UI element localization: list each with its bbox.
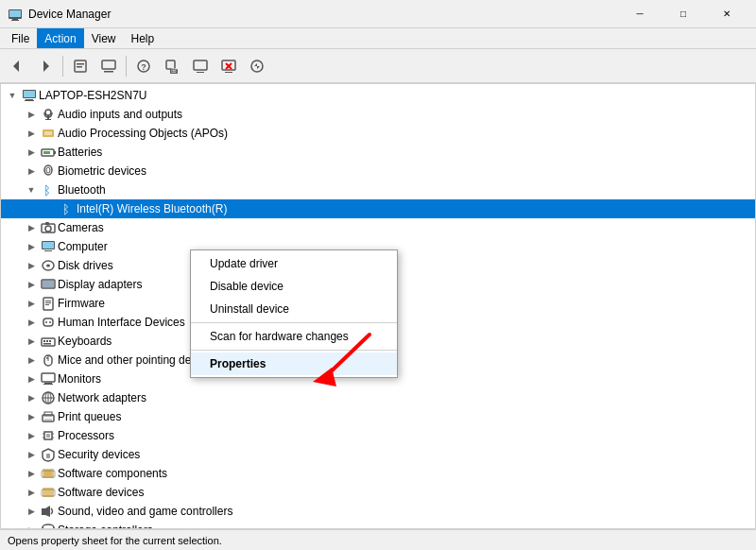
- title-bar: Device Manager ─ □ ✕: [0, 0, 756, 28]
- tree-software-devices[interactable]: ▶ Software devices: [1, 483, 755, 502]
- network-icon: [41, 390, 56, 405]
- biometric-label: Biometric devices: [58, 164, 146, 178]
- sound-expand: ▶: [24, 504, 39, 519]
- svg-point-88: [43, 524, 54, 528]
- software-devices-label: Software devices: [58, 486, 144, 499]
- software-components-label: Software components: [58, 467, 167, 480]
- svg-point-28: [45, 110, 51, 115]
- context-update-driver[interactable]: Update driver: [191, 252, 397, 275]
- tree-bluetooth[interactable]: ▼ ᛒ Bluetooth: [1, 180, 755, 199]
- network-expand: ▶: [24, 390, 39, 405]
- window-title: Device Manager: [28, 8, 618, 21]
- firmware-expand: ▶: [24, 296, 39, 311]
- audio-processing-expand: ▶: [24, 126, 39, 141]
- tree-processors[interactable]: ▶ Processors: [1, 426, 755, 445]
- tree-sound[interactable]: ▶ Sound, video and game controllers: [1, 502, 755, 521]
- svg-rect-59: [46, 340, 48, 342]
- svg-rect-10: [104, 71, 113, 73]
- tree-network[interactable]: ▶ Network adapters: [1, 388, 755, 407]
- close-button[interactable]: ✕: [705, 0, 748, 28]
- disk-drives-label: Disk drives: [58, 259, 113, 272]
- svg-rect-81: [46, 454, 50, 458]
- tree-security[interactable]: ▶ Security devices: [1, 445, 755, 464]
- context-scan-hardware[interactable]: Scan for hardware changes: [191, 325, 397, 348]
- audio-inputs-label: Audio inputs and outputs: [58, 108, 182, 121]
- tree-storage[interactable]: ▶ Storage controllers: [1, 521, 755, 528]
- svg-rect-76: [46, 434, 50, 438]
- maximize-button[interactable]: □: [662, 0, 705, 28]
- keyboards-expand: ▶: [24, 334, 39, 349]
- monitor-button[interactable]: [187, 53, 214, 79]
- tree-cameras[interactable]: ▶ Cameras: [1, 218, 755, 237]
- context-sep-2: [191, 350, 397, 351]
- svg-rect-66: [44, 383, 52, 384]
- svg-rect-3: [11, 20, 19, 21]
- tree-software-components[interactable]: ▶ Software components: [1, 464, 755, 483]
- keyboards-icon: [41, 334, 56, 349]
- forward-button[interactable]: [32, 53, 59, 79]
- sound-icon: [41, 504, 56, 519]
- storage-icon: [41, 523, 56, 528]
- storage-expand: ▶: [24, 523, 39, 528]
- context-properties[interactable]: Properties: [191, 352, 397, 375]
- processors-expand: ▶: [24, 428, 39, 443]
- batteries-expand: ▶: [24, 145, 39, 160]
- refresh-button[interactable]: [95, 53, 122, 79]
- mice-icon: [41, 352, 56, 368]
- network-label: Network adapters: [58, 391, 146, 404]
- audio-inputs-icon: [41, 107, 56, 122]
- help-button[interactable]: ?: [130, 53, 157, 79]
- menu-help[interactable]: Help: [124, 28, 163, 48]
- download-button[interactable]: [244, 53, 270, 79]
- back-button[interactable]: [4, 53, 30, 79]
- svg-rect-45: [44, 250, 52, 251]
- security-expand: ▶: [24, 447, 39, 462]
- tree-intel-bluetooth[interactable]: ᛒ Intel(R) Wireless Bluetooth(R): [1, 199, 755, 218]
- biometric-expand: ▶: [24, 163, 39, 179]
- svg-rect-52: [45, 302, 51, 303]
- svg-rect-64: [46, 357, 48, 359]
- svg-marker-23: [254, 63, 260, 69]
- svg-rect-74: [44, 419, 52, 421]
- tree-audio-inputs[interactable]: ▶ Audio inputs and outputs: [1, 105, 755, 124]
- svg-rect-49: [43, 281, 54, 287]
- svg-rect-1: [9, 10, 21, 17]
- display-adapters-icon: [41, 277, 56, 292]
- intel-bluetooth-icon: ᛒ: [60, 201, 75, 216]
- security-label: Security devices: [58, 448, 140, 461]
- menu-bar: File Action View Help: [0, 28, 756, 49]
- firmware-label: Firmware: [58, 297, 105, 310]
- computer-expand: ▶: [24, 239, 39, 254]
- hid-icon: [41, 315, 56, 330]
- svg-rect-60: [49, 340, 51, 342]
- scan-button[interactable]: ⊞: [159, 53, 185, 79]
- svg-point-55: [45, 321, 47, 323]
- software-components-icon: [41, 466, 56, 481]
- sound-label: Sound, video and game controllers: [58, 505, 232, 518]
- context-menu: Update driver Disable device Uninstall d…: [190, 249, 398, 378]
- svg-rect-67: [43, 384, 53, 385]
- tree-print-queues[interactable]: ▶ Print queues: [1, 407, 755, 426]
- tree-root[interactable]: ▼ LAPTOP-ESH2SN7U: [1, 86, 755, 105]
- minimize-button[interactable]: ─: [618, 0, 662, 28]
- menu-file[interactable]: File: [4, 28, 37, 48]
- svg-marker-5: [43, 60, 49, 72]
- print-queues-icon: [41, 409, 56, 424]
- menu-action[interactable]: Action: [37, 28, 83, 48]
- svg-rect-65: [42, 373, 55, 382]
- tree-biometric[interactable]: ▶ Biometric devices: [1, 162, 755, 180]
- context-uninstall-device[interactable]: Uninstall device: [191, 298, 397, 320]
- svg-rect-26: [26, 99, 33, 100]
- svg-point-41: [45, 226, 51, 232]
- svg-rect-54: [43, 318, 53, 326]
- menu-view[interactable]: View: [84, 28, 124, 48]
- tree-audio-processing[interactable]: ▶ Audio Processing Objects (APOs): [1, 124, 755, 143]
- update-driver-label: Update driver: [210, 257, 278, 270]
- properties-button[interactable]: [67, 53, 94, 79]
- disk-drives-expand: ▶: [24, 258, 39, 273]
- svg-rect-30: [45, 119, 51, 120]
- tree-batteries[interactable]: ▶ Batteries: [1, 143, 755, 162]
- print-queues-label: Print queues: [58, 410, 121, 423]
- uninstall-button[interactable]: [215, 53, 242, 79]
- context-disable-device[interactable]: Disable device: [191, 275, 397, 298]
